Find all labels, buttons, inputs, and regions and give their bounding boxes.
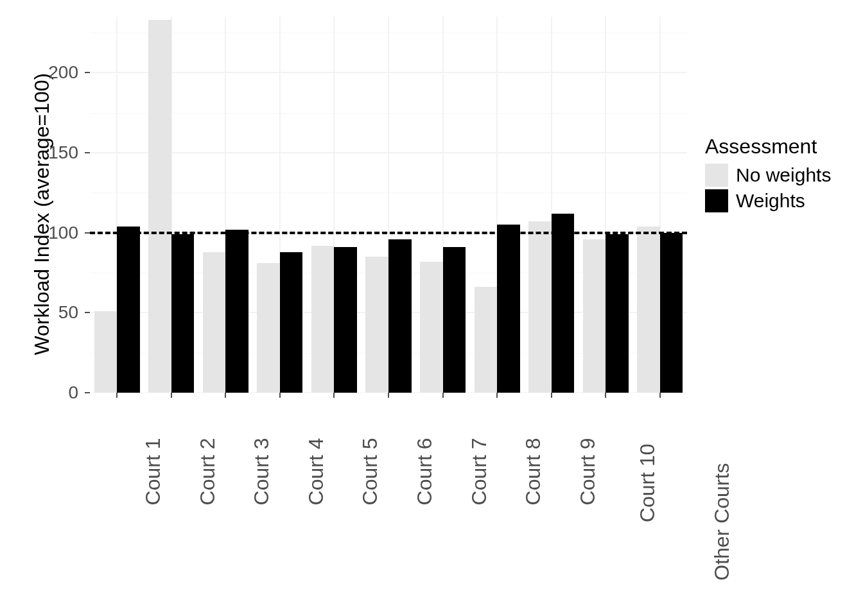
legend: Assessment No weights Weights [705,135,846,215]
bar-no-weights [637,227,660,393]
bar-no-weights [203,252,226,393]
legend-label-no-weights: No weights [736,164,831,186]
x-tick-label: Court 1 [142,438,166,505]
x-tick-label: Court 3 [250,438,274,505]
y-tick-label: 50 [19,302,78,323]
legend-swatch-weights [705,189,728,212]
x-tick-label: Other Courts [710,463,733,581]
legend-label-weights: Weights [736,190,805,212]
bar-no-weights [365,257,388,393]
bar-weights [334,247,357,393]
y-tick-label: 100 [19,223,78,243]
bar-weights [497,225,520,393]
reference-line [90,232,687,234]
y-tick-label: 200 [19,62,78,83]
bar-weights [171,234,195,393]
chart-container: Workload Index (average=100) 05010015020… [19,6,841,610]
x-tick-label: Court 10 [636,443,660,522]
bar-weights [606,234,629,393]
bar-weights [388,239,412,393]
legend-swatch-no-weights [705,164,728,187]
bar-weights [117,227,140,393]
bar-no-weights [257,263,280,393]
bar-no-weights [420,262,443,393]
bar-weights [280,252,303,393]
bar-weights [660,233,683,393]
x-tick-label: Court 9 [576,438,600,505]
legend-title: Assessment [705,135,846,158]
y-tick-label: 150 [19,142,78,163]
x-tick-label: Court 8 [522,438,546,505]
bar-weights [225,230,248,393]
bar-no-weights [583,239,606,393]
x-tick-label: Court 4 [304,438,328,505]
legend-item-weights: Weights [705,189,846,212]
x-tick-label: Court 5 [359,438,383,505]
bar-no-weights [94,311,118,393]
bar-no-weights [528,221,552,393]
legend-item-no-weights: No weights [705,164,846,187]
bar-weights [443,247,466,393]
bar-weights [552,214,575,393]
bar-no-weights [475,287,498,393]
x-tick-label: Court 2 [196,438,220,505]
plot-area [90,17,687,393]
y-tick-label: 0 [19,382,78,403]
x-tick-label: Court 7 [467,438,491,505]
bar-no-weights [148,20,171,393]
x-tick-label: Court 6 [413,438,437,505]
bar-no-weights [311,246,335,393]
